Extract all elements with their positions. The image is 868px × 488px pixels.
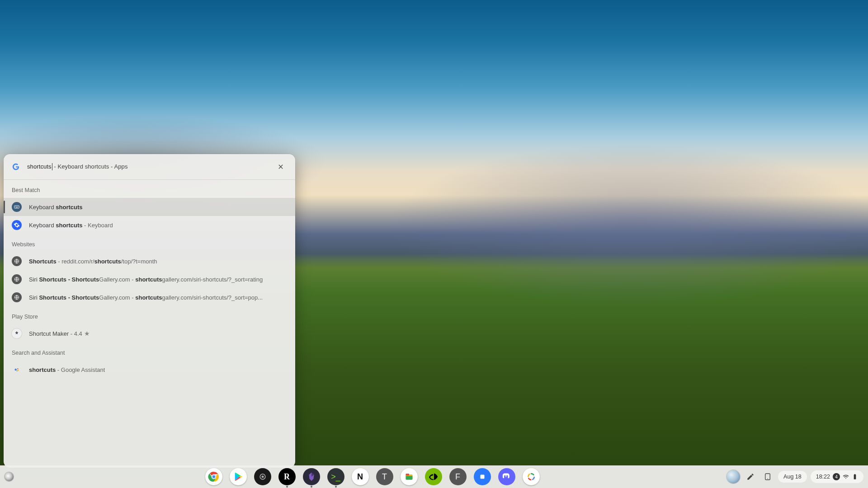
svg-rect-22	[406, 474, 409, 476]
tablet-icon	[764, 473, 772, 481]
shelf-app-chrome[interactable]	[205, 468, 222, 485]
svg-rect-4	[18, 206, 19, 207]
svg-point-12	[17, 371, 18, 371]
settings-icon	[12, 220, 22, 230]
date-text: Aug 18	[783, 474, 802, 480]
shelf: R>_NTF Aug 18 18:22 4	[0, 465, 868, 488]
result-label: Siri Shortcuts - ShortcutsGallery.com - …	[29, 276, 263, 283]
section-search-assistant: Search and Assistant	[4, 343, 295, 361]
phone-hub-button[interactable]	[726, 470, 740, 483]
time-text: 18:22	[816, 474, 830, 480]
shelf-app-app-3[interactable]	[254, 468, 271, 485]
result-keyboard-shortcuts[interactable]: Keyboard shortcuts	[4, 198, 295, 216]
google-icon	[12, 163, 20, 171]
result-label: Siri Shortcuts - ShortcutsGallery.com - …	[29, 294, 263, 301]
result-website-shortcutsgallery-1[interactable]: Siri Shortcuts - ShortcutsGallery.com - …	[4, 270, 295, 288]
svg-point-10	[17, 368, 18, 369]
result-label: Shortcut Maker - 4.4★	[29, 330, 90, 337]
svg-rect-2	[16, 206, 17, 207]
active-indicator	[286, 486, 288, 488]
search-bar[interactable]: shortcuts - Keyboard shortcuts - Apps	[4, 154, 295, 180]
shelf-app-app-r[interactable]: R	[278, 468, 296, 485]
close-icon	[277, 163, 284, 170]
result-website-shortcutsgallery-2[interactable]: Siri Shortcuts - ShortcutsGallery.com - …	[4, 288, 295, 306]
shelf-app-app-t[interactable]: T	[376, 468, 393, 485]
result-label: Keyboard shortcuts	[29, 204, 83, 211]
active-indicator	[311, 486, 312, 488]
result-keyboard-shortcuts-settings[interactable]: Keyboard shortcuts - Keyboard	[4, 216, 295, 234]
launcher-search-panel: shortcuts - Keyboard shortcuts - Apps Be…	[4, 154, 295, 468]
app-icon	[12, 328, 22, 338]
shelf-app-notion[interactable]: N	[352, 468, 369, 485]
launcher-button[interactable]	[5, 472, 14, 481]
svg-rect-23	[406, 476, 412, 479]
shelf-app-mastodon[interactable]	[498, 468, 515, 485]
svg-point-18	[261, 476, 264, 478]
svg-rect-0	[14, 206, 19, 208]
shelf-apps: R>_NTF	[18, 468, 726, 485]
result-website-reddit[interactable]: Shortcuts - reddit.com/r/shortcuts/top/?…	[4, 252, 295, 270]
globe-icon	[12, 256, 22, 266]
section-play-store: Play Store	[4, 306, 295, 324]
svg-point-9	[14, 369, 17, 371]
system-tray: Aug 18 18:22 4	[726, 470, 868, 483]
shelf-app-nvidia[interactable]	[425, 468, 442, 485]
svg-rect-3	[17, 206, 18, 207]
result-assistant-shortcuts[interactable]: shortcuts - Google Assistant	[4, 361, 295, 379]
pen-icon	[746, 473, 755, 481]
active-indicator	[335, 486, 337, 488]
svg-rect-24	[480, 475, 484, 479]
battery-icon	[852, 474, 858, 480]
shelf-app-obsidian[interactable]	[303, 468, 320, 485]
shelf-app-play-store[interactable]	[230, 468, 247, 485]
section-best-match: Best Match	[4, 180, 295, 198]
result-label: Keyboard shortcuts - Keyboard	[29, 222, 113, 229]
shelf-app-files[interactable]	[401, 468, 418, 485]
globe-icon	[12, 292, 22, 302]
result-label: Shortcuts - reddit.com/r/shortcuts/top/?…	[29, 258, 157, 265]
svg-point-30	[767, 479, 768, 479]
assistant-icon	[12, 365, 22, 375]
wifi-icon	[843, 474, 849, 480]
shelf-app-terminal[interactable]: >_	[327, 468, 344, 485]
shelf-app-app-color[interactable]	[523, 468, 540, 485]
result-label: shortcuts - Google Assistant	[29, 366, 105, 373]
result-playstore-shortcut-maker[interactable]: Shortcut Maker - 4.4★	[4, 324, 295, 343]
section-websites: Websites	[4, 234, 295, 252]
svg-rect-1	[15, 206, 16, 207]
search-query-text: shortcuts - Keyboard shortcuts - Apps	[27, 163, 274, 171]
stylus-button[interactable]	[744, 470, 757, 483]
date-pill[interactable]: Aug 18	[778, 471, 807, 483]
status-pill[interactable]: 18:22 4	[811, 470, 863, 483]
shelf-app-app-blue[interactable]	[474, 468, 491, 485]
star-icon: ★	[84, 330, 90, 337]
keyboard-icon	[12, 202, 22, 212]
clear-search-button[interactable]	[274, 160, 287, 173]
tablet-mode-button[interactable]	[761, 470, 774, 483]
svg-point-11	[17, 370, 19, 371]
globe-icon	[12, 274, 22, 284]
svg-rect-5	[16, 207, 18, 208]
notification-badge: 4	[833, 473, 840, 480]
shelf-app-app-f[interactable]: F	[449, 468, 467, 485]
